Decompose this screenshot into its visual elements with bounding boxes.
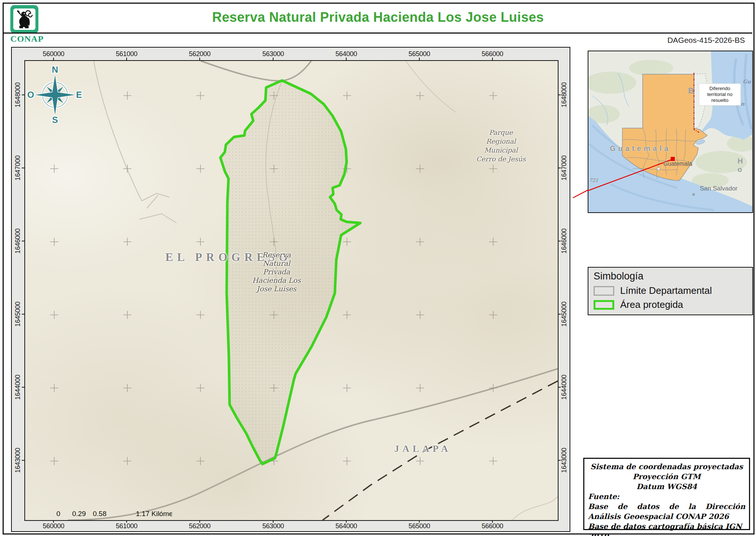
grid-coordinate-label: 1643000 [560,448,568,473]
scale-label-0: 0 [56,510,61,518]
grid-tick [558,460,561,461]
department-limit-swatch [594,286,614,296]
reserve-line: Reserva [240,251,313,259]
park-name-label: Parque Regional Municipal Cerro de Jesús [464,128,538,164]
grid-tick [199,58,200,60]
reserve-line: Privada [240,268,313,276]
callout-line: resuelto [699,97,740,103]
compass-s-label: S [52,115,58,125]
grid-coordinate-label: 562000 [189,522,210,530]
reserve-line: Jose Luises [240,285,313,293]
grid-coordinate-label: 561000 [116,50,137,58]
grid-coordinate-label: 1647000 [560,155,568,181]
grid-tick [492,520,493,523]
credits-coord-system: Sistema de coordenadas proyectadas [588,462,745,472]
territorial-dispute-callout: Diferendo territorial no resuelto [699,84,740,105]
grid-tick [558,314,561,315]
conap-logo-text: CONAP [10,34,39,44]
belize-label: B [688,86,694,96]
header-divider [4,32,752,34]
grid-coordinate-label: 560000 [43,522,64,530]
reserve-line: Hacienda Los [240,276,313,285]
park-line: Regional [464,137,538,146]
park-line: Parque [464,128,538,137]
scale-label-quarter: 0.29 [72,510,86,518]
grid-tick [492,58,493,60]
park-line: Cerro de Jesús [464,155,538,164]
grid-tick [126,520,127,523]
map-canvas: N E S O EL PROGRESO JALAPA Reserva Natur… [24,60,559,521]
grid-coordinate-label: 561000 [116,522,137,530]
credits-projection: Proyección GTM [588,472,745,482]
legend-panel: Simbología Límite Departamental Área pro… [588,267,753,315]
grid-coordinate-label: 1647000 [14,155,22,181]
grid-coordinate-label: 1646000 [14,229,22,254]
protected-area-swatch [594,300,614,310]
grid-tick [22,168,24,168]
grid-coordinate-label: 564000 [336,522,357,530]
grid-coordinate-label: 565000 [409,50,430,58]
credits-source-2: Base de datos cartografía básica IGN 201… [588,522,745,536]
scale-label-half: 0.58 [93,510,107,518]
san-salvador-label: San Salvador [696,185,742,192]
honduras-label-fragment: H o [738,157,752,174]
compass-e-label: E [76,90,82,100]
page-title: Reserva Natural Privada Hacienda Los Jos… [0,10,756,25]
grid-tick [558,168,561,168]
reserve-line: Natural [240,259,313,268]
credits-box: Sistema de coordenadas proyectadas Proye… [583,458,750,530]
grid-tick [558,241,561,241]
compass-n-label: N [52,65,58,75]
grid-coordinate-label: 1645000 [14,302,22,327]
grid-tick [346,520,347,523]
legend-item-label: Límite Departamental [620,285,712,296]
grid-tick [126,58,127,60]
credits-datum: Datum WGS84 [588,482,745,492]
grid-coordinate-label: 1643000 [14,448,22,473]
legend-item-limite-departamental: Límite Departamental [594,285,752,296]
legend-item-area-protegida: Área protegida [594,299,752,310]
grid-tick [346,58,347,60]
document-code: DAGeos-415-2026-BS [667,36,745,45]
department-label-jalapa: JALAPA [394,443,451,454]
scale-label-full: 1.17 Kilómetros [136,510,172,518]
grid-tick [22,241,24,241]
scale-bar: 0 0.29 0.58 1.17 Kilómetros [54,509,172,521]
grid-tick [273,58,274,60]
grid-tick [199,520,200,523]
gulf-label-fragment: Gu [743,79,751,85]
grid-coordinate-label: 1648000 [560,82,568,107]
callout-line-stub [571,188,588,199]
map-frame: N E S O EL PROGRESO JALAPA Reserva Natur… [11,47,570,532]
grid-tick [273,520,274,523]
grid-coordinate-label: 1645000 [560,302,568,327]
grid-coordinate-label: 564000 [336,50,357,58]
legend-title: Simbología [594,271,752,282]
grid-coordinate-label: 1648000 [14,82,22,107]
locator-inset-map: B Gu Hon Guatemala Guatemala Diferendo t… [588,51,753,213]
legend-item-label: Área protegida [620,299,683,310]
credits-source-1: Base de datos de la Dirección Análisis G… [588,502,745,522]
grid-coordinate-label: 565000 [409,522,430,530]
callout-line: Diferendo [699,86,740,92]
credits-source-heading: Fuente: [588,492,745,502]
reserve-name-label: Reserva Natural Privada Hacienda Los Jos… [240,251,313,293]
inset-country-label: Guatemala [610,144,684,153]
grid-coordinate-label: 560000 [43,50,64,58]
grid-tick [22,95,24,95]
road-number-label: 721 [589,178,598,183]
grid-coordinate-label: 563000 [262,50,284,58]
grid-coordinate-label: 1644000 [560,375,568,400]
grid-coordinate-label: 566000 [482,522,503,530]
grid-tick [419,58,420,60]
grid-coordinate-label: 562000 [189,50,210,58]
grid-tick [53,58,54,60]
grid-tick [558,95,561,95]
callout-line: territorial no [699,92,740,97]
grid-tick [22,314,24,315]
grid-coordinate-label: 1644000 [14,375,22,400]
grid-tick [22,460,24,461]
grid-tick [22,387,24,388]
grid-tick [419,520,420,523]
grid-tick [558,387,561,388]
